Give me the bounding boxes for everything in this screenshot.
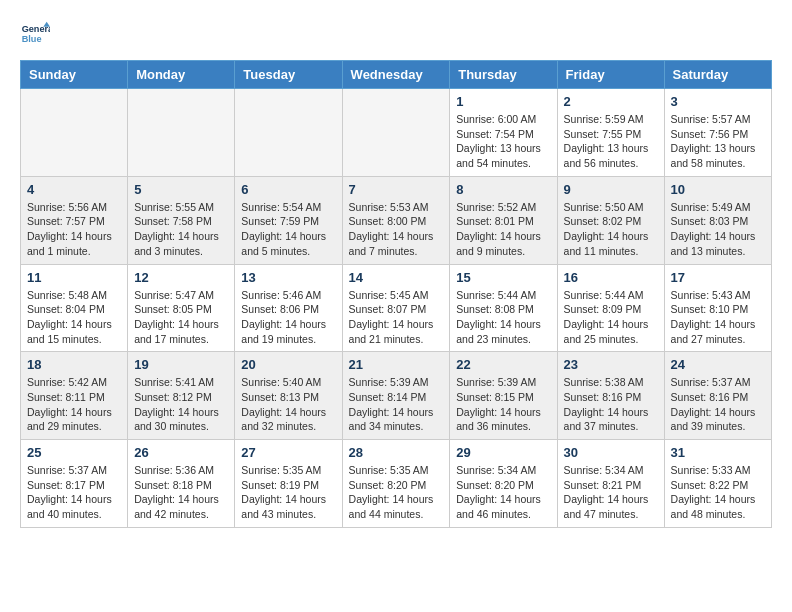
calendar-cell: 19Sunrise: 5:41 AM Sunset: 8:12 PM Dayli… <box>128 352 235 440</box>
calendar-cell: 8Sunrise: 5:52 AM Sunset: 8:01 PM Daylig… <box>450 176 557 264</box>
day-number: 31 <box>671 445 765 460</box>
day-number: 19 <box>134 357 228 372</box>
day-info: Sunrise: 5:52 AM Sunset: 8:01 PM Dayligh… <box>456 200 550 259</box>
day-info: Sunrise: 5:40 AM Sunset: 8:13 PM Dayligh… <box>241 375 335 434</box>
logo-icon: General Blue <box>20 20 50 50</box>
day-number: 27 <box>241 445 335 460</box>
calendar-cell: 16Sunrise: 5:44 AM Sunset: 8:09 PM Dayli… <box>557 264 664 352</box>
day-number: 16 <box>564 270 658 285</box>
day-number: 24 <box>671 357 765 372</box>
day-info: Sunrise: 6:00 AM Sunset: 7:54 PM Dayligh… <box>456 112 550 171</box>
calendar-cell <box>235 89 342 177</box>
day-number: 1 <box>456 94 550 109</box>
weekday-header: Friday <box>557 61 664 89</box>
day-number: 29 <box>456 445 550 460</box>
weekday-header: Tuesday <box>235 61 342 89</box>
calendar-cell: 14Sunrise: 5:45 AM Sunset: 8:07 PM Dayli… <box>342 264 450 352</box>
day-info: Sunrise: 5:37 AM Sunset: 8:16 PM Dayligh… <box>671 375 765 434</box>
calendar-cell: 13Sunrise: 5:46 AM Sunset: 8:06 PM Dayli… <box>235 264 342 352</box>
day-info: Sunrise: 5:46 AM Sunset: 8:06 PM Dayligh… <box>241 288 335 347</box>
day-info: Sunrise: 5:36 AM Sunset: 8:18 PM Dayligh… <box>134 463 228 522</box>
day-info: Sunrise: 5:57 AM Sunset: 7:56 PM Dayligh… <box>671 112 765 171</box>
day-number: 6 <box>241 182 335 197</box>
day-number: 30 <box>564 445 658 460</box>
calendar-week-row: 1Sunrise: 6:00 AM Sunset: 7:54 PM Daylig… <box>21 89 772 177</box>
day-number: 2 <box>564 94 658 109</box>
calendar-cell: 18Sunrise: 5:42 AM Sunset: 8:11 PM Dayli… <box>21 352 128 440</box>
day-info: Sunrise: 5:35 AM Sunset: 8:20 PM Dayligh… <box>349 463 444 522</box>
calendar-header-row: SundayMondayTuesdayWednesdayThursdayFrid… <box>21 61 772 89</box>
calendar-cell: 15Sunrise: 5:44 AM Sunset: 8:08 PM Dayli… <box>450 264 557 352</box>
day-info: Sunrise: 5:50 AM Sunset: 8:02 PM Dayligh… <box>564 200 658 259</box>
day-number: 17 <box>671 270 765 285</box>
day-info: Sunrise: 5:33 AM Sunset: 8:22 PM Dayligh… <box>671 463 765 522</box>
day-info: Sunrise: 5:48 AM Sunset: 8:04 PM Dayligh… <box>27 288 121 347</box>
weekday-header: Thursday <box>450 61 557 89</box>
calendar-cell: 23Sunrise: 5:38 AM Sunset: 8:16 PM Dayli… <box>557 352 664 440</box>
calendar-cell: 3Sunrise: 5:57 AM Sunset: 7:56 PM Daylig… <box>664 89 771 177</box>
weekday-header: Wednesday <box>342 61 450 89</box>
calendar-cell <box>342 89 450 177</box>
day-number: 14 <box>349 270 444 285</box>
weekday-header: Saturday <box>664 61 771 89</box>
calendar-cell: 22Sunrise: 5:39 AM Sunset: 8:15 PM Dayli… <box>450 352 557 440</box>
calendar-cell <box>21 89 128 177</box>
logo: General Blue <box>20 20 54 50</box>
calendar-cell: 24Sunrise: 5:37 AM Sunset: 8:16 PM Dayli… <box>664 352 771 440</box>
calendar-cell: 6Sunrise: 5:54 AM Sunset: 7:59 PM Daylig… <box>235 176 342 264</box>
calendar-cell: 5Sunrise: 5:55 AM Sunset: 7:58 PM Daylig… <box>128 176 235 264</box>
day-number: 15 <box>456 270 550 285</box>
calendar-cell: 11Sunrise: 5:48 AM Sunset: 8:04 PM Dayli… <box>21 264 128 352</box>
day-info: Sunrise: 5:56 AM Sunset: 7:57 PM Dayligh… <box>27 200 121 259</box>
calendar-cell: 27Sunrise: 5:35 AM Sunset: 8:19 PM Dayli… <box>235 440 342 528</box>
day-number: 10 <box>671 182 765 197</box>
day-number: 25 <box>27 445 121 460</box>
svg-text:Blue: Blue <box>22 34 42 44</box>
day-info: Sunrise: 5:42 AM Sunset: 8:11 PM Dayligh… <box>27 375 121 434</box>
day-info: Sunrise: 5:35 AM Sunset: 8:19 PM Dayligh… <box>241 463 335 522</box>
calendar-week-row: 4Sunrise: 5:56 AM Sunset: 7:57 PM Daylig… <box>21 176 772 264</box>
calendar-week-row: 18Sunrise: 5:42 AM Sunset: 8:11 PM Dayli… <box>21 352 772 440</box>
day-number: 13 <box>241 270 335 285</box>
calendar-cell: 7Sunrise: 5:53 AM Sunset: 8:00 PM Daylig… <box>342 176 450 264</box>
day-number: 3 <box>671 94 765 109</box>
calendar-cell: 21Sunrise: 5:39 AM Sunset: 8:14 PM Dayli… <box>342 352 450 440</box>
calendar-cell: 28Sunrise: 5:35 AM Sunset: 8:20 PM Dayli… <box>342 440 450 528</box>
day-info: Sunrise: 5:53 AM Sunset: 8:00 PM Dayligh… <box>349 200 444 259</box>
day-info: Sunrise: 5:54 AM Sunset: 7:59 PM Dayligh… <box>241 200 335 259</box>
day-number: 20 <box>241 357 335 372</box>
calendar-cell: 20Sunrise: 5:40 AM Sunset: 8:13 PM Dayli… <box>235 352 342 440</box>
day-info: Sunrise: 5:39 AM Sunset: 8:15 PM Dayligh… <box>456 375 550 434</box>
day-number: 28 <box>349 445 444 460</box>
day-number: 26 <box>134 445 228 460</box>
calendar-cell: 9Sunrise: 5:50 AM Sunset: 8:02 PM Daylig… <box>557 176 664 264</box>
weekday-header: Monday <box>128 61 235 89</box>
calendar-cell <box>128 89 235 177</box>
calendar-cell: 31Sunrise: 5:33 AM Sunset: 8:22 PM Dayli… <box>664 440 771 528</box>
day-info: Sunrise: 5:44 AM Sunset: 8:08 PM Dayligh… <box>456 288 550 347</box>
day-info: Sunrise: 5:34 AM Sunset: 8:21 PM Dayligh… <box>564 463 658 522</box>
calendar-cell: 26Sunrise: 5:36 AM Sunset: 8:18 PM Dayli… <box>128 440 235 528</box>
day-info: Sunrise: 5:45 AM Sunset: 8:07 PM Dayligh… <box>349 288 444 347</box>
calendar-cell: 17Sunrise: 5:43 AM Sunset: 8:10 PM Dayli… <box>664 264 771 352</box>
day-number: 12 <box>134 270 228 285</box>
calendar-cell: 30Sunrise: 5:34 AM Sunset: 8:21 PM Dayli… <box>557 440 664 528</box>
day-info: Sunrise: 5:47 AM Sunset: 8:05 PM Dayligh… <box>134 288 228 347</box>
calendar-cell: 2Sunrise: 5:59 AM Sunset: 7:55 PM Daylig… <box>557 89 664 177</box>
day-info: Sunrise: 5:43 AM Sunset: 8:10 PM Dayligh… <box>671 288 765 347</box>
day-info: Sunrise: 5:55 AM Sunset: 7:58 PM Dayligh… <box>134 200 228 259</box>
day-number: 11 <box>27 270 121 285</box>
day-number: 18 <box>27 357 121 372</box>
calendar-cell: 12Sunrise: 5:47 AM Sunset: 8:05 PM Dayli… <box>128 264 235 352</box>
day-info: Sunrise: 5:41 AM Sunset: 8:12 PM Dayligh… <box>134 375 228 434</box>
day-info: Sunrise: 5:44 AM Sunset: 8:09 PM Dayligh… <box>564 288 658 347</box>
day-number: 21 <box>349 357 444 372</box>
day-number: 7 <box>349 182 444 197</box>
calendar-cell: 25Sunrise: 5:37 AM Sunset: 8:17 PM Dayli… <box>21 440 128 528</box>
day-number: 4 <box>27 182 121 197</box>
weekday-header: Sunday <box>21 61 128 89</box>
calendar-cell: 29Sunrise: 5:34 AM Sunset: 8:20 PM Dayli… <box>450 440 557 528</box>
day-info: Sunrise: 5:34 AM Sunset: 8:20 PM Dayligh… <box>456 463 550 522</box>
day-number: 22 <box>456 357 550 372</box>
day-info: Sunrise: 5:39 AM Sunset: 8:14 PM Dayligh… <box>349 375 444 434</box>
